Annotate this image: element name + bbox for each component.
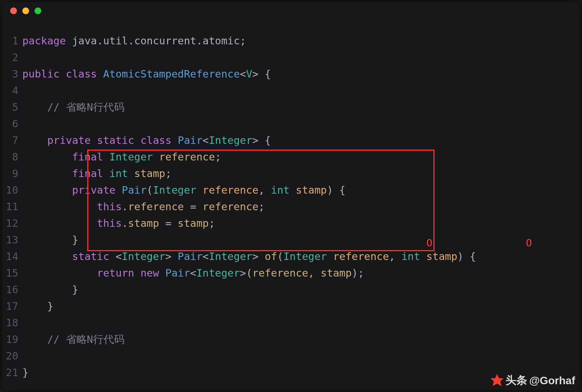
- code-window: 1package java.util.concurrent.atomic;23p…: [2, 2, 580, 390]
- code-line[interactable]: 11 this.reference = reference;: [5, 198, 580, 215]
- zoom-icon[interactable]: [35, 7, 41, 14]
- code-content[interactable]: private Pair(Integer reference, int stam…: [22, 182, 345, 198]
- code-line[interactable]: 6: [5, 115, 580, 132]
- code-line[interactable]: 14 static <Integer> Pair<Integer> of(Int…: [5, 248, 580, 265]
- line-number: 16: [5, 281, 22, 298]
- code-line[interactable]: 13 }: [5, 232, 580, 248]
- window-titlebar: [2, 2, 580, 20]
- code-content[interactable]: }: [22, 364, 28, 381]
- code-line[interactable]: 19 // 省略N行代码: [5, 331, 580, 348]
- line-number: 7: [5, 132, 22, 149]
- code-content[interactable]: }: [22, 232, 78, 248]
- code-editor[interactable]: 1package java.util.concurrent.atomic;23p…: [2, 20, 580, 381]
- code-line[interactable]: 9 final int stamp;: [5, 165, 580, 182]
- code-content[interactable]: // 省略N行代码: [22, 331, 125, 348]
- code-line[interactable]: 8 final Integer reference;: [5, 149, 580, 165]
- code-line[interactable]: 12 this.stamp = stamp;: [5, 215, 580, 232]
- line-number: 10: [5, 182, 22, 198]
- line-number: 3: [5, 66, 22, 82]
- code-line[interactable]: 4: [5, 82, 580, 99]
- line-number: 4: [5, 82, 22, 99]
- line-number: 11: [5, 198, 22, 215]
- code-content[interactable]: final int stamp;: [22, 165, 172, 182]
- code-content[interactable]: public class AtomicStampedReference<V> {: [22, 66, 271, 82]
- code-content[interactable]: package java.util.concurrent.atomic;: [22, 32, 246, 49]
- line-number: 12: [5, 215, 22, 232]
- code-line[interactable]: 3public class AtomicStampedReference<V> …: [5, 66, 580, 82]
- close-icon[interactable]: [10, 7, 17, 14]
- code-line[interactable]: 18: [5, 314, 580, 331]
- minimize-icon[interactable]: [22, 7, 29, 14]
- code-line[interactable]: 5 // 省略N行代码: [5, 99, 580, 115]
- line-number: 18: [5, 314, 22, 331]
- line-number: 5: [5, 99, 22, 115]
- watermark-handle: @Gorhaf: [529, 374, 575, 387]
- watermark-brand: 头条: [506, 373, 527, 388]
- code-content[interactable]: this.stamp = stamp;: [22, 215, 215, 232]
- line-number: 20: [5, 348, 22, 364]
- line-number: 8: [5, 149, 22, 165]
- code-content[interactable]: }: [22, 281, 78, 298]
- code-content[interactable]: }: [22, 298, 53, 314]
- toutiao-icon: [491, 374, 503, 387]
- annotation-marker-1: O: [526, 237, 532, 249]
- code-line[interactable]: 16 }: [5, 281, 580, 298]
- code-line[interactable]: 20: [5, 348, 580, 364]
- line-number: 2: [5, 49, 22, 66]
- watermark: 头条 @Gorhaf: [491, 373, 575, 388]
- line-number: 6: [5, 115, 22, 132]
- code-line[interactable]: 17 }: [5, 298, 580, 314]
- line-number: 21: [5, 364, 22, 381]
- code-line[interactable]: 15 return new Pair<Integer>(reference, s…: [5, 265, 580, 281]
- line-number: 15: [5, 265, 22, 281]
- code-content[interactable]: return new Pair<Integer>(reference, stam…: [22, 265, 364, 281]
- code-line[interactable]: 7 private static class Pair<Integer> {: [5, 132, 580, 149]
- code-content[interactable]: // 省略N行代码: [22, 99, 125, 115]
- code-content[interactable]: static <Integer> Pair<Integer> of(Intege…: [22, 248, 476, 265]
- code-content[interactable]: final Integer reference;: [22, 149, 221, 165]
- annotation-marker-0: O: [426, 237, 432, 249]
- code-content[interactable]: private static class Pair<Integer> {: [22, 132, 271, 149]
- line-number: 9: [5, 165, 22, 182]
- code-line[interactable]: 2: [5, 49, 580, 66]
- code-content[interactable]: this.reference = reference;: [22, 198, 265, 215]
- code-line[interactable]: 10 private Pair(Integer reference, int s…: [5, 182, 580, 198]
- line-number: 1: [5, 32, 22, 49]
- line-number: 13: [5, 232, 22, 248]
- line-number: 17: [5, 298, 22, 314]
- line-number: 14: [5, 248, 22, 265]
- line-number: 19: [5, 331, 22, 348]
- code-line[interactable]: 1package java.util.concurrent.atomic;: [5, 32, 580, 49]
